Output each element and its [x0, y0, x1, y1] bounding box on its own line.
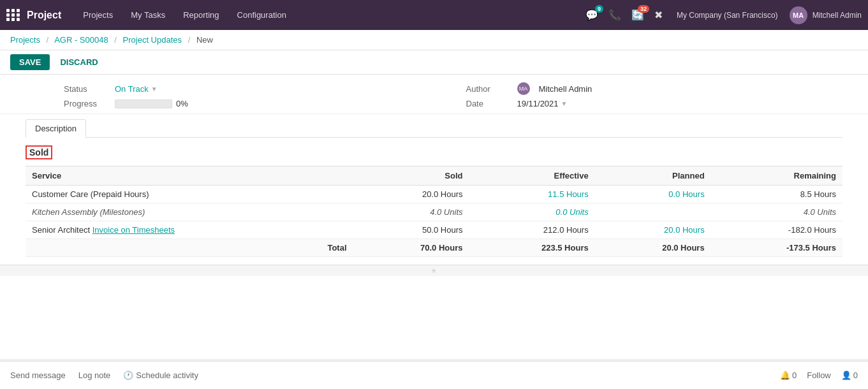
tab-list: Description: [26, 119, 842, 138]
effective-3: 212.0 Hours: [469, 221, 595, 239]
status-label: Status: [64, 84, 108, 94]
date-value: 19/11/2021: [517, 99, 559, 108]
planned-2: [595, 203, 711, 221]
service-table: Service Sold Effective Planned Remaining…: [26, 166, 842, 257]
breadcrumb-projects[interactable]: Projects: [10, 35, 40, 45]
status-value: On Track: [115, 84, 149, 94]
activities-badge: 32: [638, 5, 649, 13]
table-row: Customer Care (Prepaid Hours) 20.0 Hours…: [26, 186, 842, 203]
tab-content: Sold Service Sold Effective Planned Rema…: [0, 138, 868, 265]
form-area: Status On Track ▼ Author MA Mitchell Adm…: [0, 75, 868, 359]
col-service: Service: [26, 166, 353, 186]
navbar-right: 💬 9 📞 🔄 32 ✖ My Company (San Francisco) …: [583, 6, 862, 24]
progress-label: Progress: [64, 99, 108, 108]
tab-description[interactable]: Description: [26, 119, 86, 138]
remaining-2: 4.0 Units: [711, 203, 842, 221]
tab-area: Description: [0, 114, 868, 138]
col-planned: Planned: [595, 166, 711, 186]
sold-1: 20.0 Hours: [353, 186, 469, 203]
table-footer-row: Total 70.0 Hours 223.5 Hours 20.0 Hours …: [26, 239, 842, 257]
avatar[interactable]: MA: [790, 6, 807, 24]
breadcrumb-new: New: [196, 35, 213, 45]
author-avatar: MA: [517, 82, 530, 95]
save-button[interactable]: SAVE: [10, 54, 50, 70]
author-label: Author: [466, 84, 511, 94]
col-remaining: Remaining: [711, 166, 842, 186]
nav-configuration[interactable]: Configuration: [228, 0, 295, 30]
effective-1: 11.5 Hours: [469, 186, 595, 203]
total-effective: 223.5 Hours: [469, 239, 595, 257]
progress-value: 0%: [176, 99, 188, 108]
date-select[interactable]: 19/11/2021 ▼: [517, 99, 568, 108]
planned-1: 0.0 Hours: [595, 186, 711, 203]
nav-reporting[interactable]: Reporting: [174, 0, 228, 30]
table-row: Kitchen Assembly (Milestones) 4.0 Units …: [26, 203, 842, 221]
service-name-1: Customer Care (Prepaid Hours): [26, 186, 353, 203]
navbar-menu: Projects My Tasks Reporting Configuratio…: [74, 0, 583, 30]
status-dropdown-arrow: ▼: [151, 85, 158, 92]
total-sold: 70.0 Hours: [353, 239, 469, 257]
effective-2: 0.0 Units: [469, 203, 595, 221]
app-brand: Project: [27, 10, 61, 21]
sold-3: 50.0 Hours: [353, 221, 469, 239]
table-header-row: Service Sold Effective Planned Remaining: [26, 166, 842, 186]
sold-heading: Sold: [26, 145, 52, 159]
nav-my-tasks[interactable]: My Tasks: [122, 0, 174, 30]
col-sold: Sold: [353, 166, 469, 186]
service-name-2: Kitchen Assembly (Milestones): [26, 203, 353, 221]
status-row: Status On Track ▼: [64, 82, 441, 95]
author-value: Mitchell Admin: [539, 84, 592, 94]
service-name-3: Senior Architect Invoice on Timesheets: [26, 221, 353, 239]
progress-bar-container: 0%: [115, 99, 188, 108]
table-row: Senior Architect Invoice on Timesheets 5…: [26, 221, 842, 239]
breadcrumb-project-updates[interactable]: Project Updates: [123, 35, 182, 45]
breadcrumb-agr[interactable]: AGR - S00048: [54, 35, 108, 45]
phone-icon[interactable]: 📞: [606, 6, 624, 24]
breadcrumb: Projects / AGR - S00048 / Project Update…: [0, 30, 868, 50]
discard-button[interactable]: DISCARD: [55, 54, 103, 70]
remaining-3: -182.0 Hours: [711, 221, 842, 239]
messaging-badge: 9: [595, 5, 603, 13]
main-content: Status On Track ▼ Author MA Mitchell Adm…: [0, 75, 868, 359]
service-link-3[interactable]: Invoice on Timesheets: [92, 225, 175, 235]
form-fields: Status On Track ▼ Author MA Mitchell Adm…: [0, 75, 868, 114]
total-remaining: -173.5 Hours: [711, 239, 842, 257]
apps-icon[interactable]: [6, 9, 20, 21]
total-planned: 20.0 Hours: [595, 239, 711, 257]
company-name: My Company (San Francisco): [677, 11, 778, 20]
progress-row: Progress 0%: [64, 99, 441, 108]
date-row: Date 19/11/2021 ▼: [466, 99, 843, 108]
status-select[interactable]: On Track ▼: [115, 84, 158, 94]
date-dropdown-arrow: ▼: [561, 100, 568, 107]
activities-icon[interactable]: 🔄 32: [629, 6, 647, 24]
settings-icon[interactable]: ✖: [652, 6, 665, 24]
planned-3: 20.0 Hours: [595, 221, 711, 239]
sold-2: 4.0 Units: [353, 203, 469, 221]
username: Mitchell Admin: [813, 11, 862, 20]
author-row: Author MA Mitchell Admin: [466, 82, 843, 95]
progress-bar[interactable]: [115, 99, 172, 108]
resize-handle[interactable]: ≡: [0, 265, 868, 276]
date-label: Date: [466, 99, 511, 108]
nav-projects[interactable]: Projects: [74, 0, 122, 30]
service-name-3-text: Senior Architect: [32, 225, 90, 235]
messaging-icon[interactable]: 💬 9: [583, 6, 601, 24]
total-label: Total: [26, 239, 353, 257]
action-bar: SAVE DISCARD: [0, 50, 868, 75]
col-effective: Effective: [469, 166, 595, 186]
navbar: Project Projects My Tasks Reporting Conf…: [0, 0, 868, 30]
remaining-1: 8.5 Hours: [711, 186, 842, 203]
